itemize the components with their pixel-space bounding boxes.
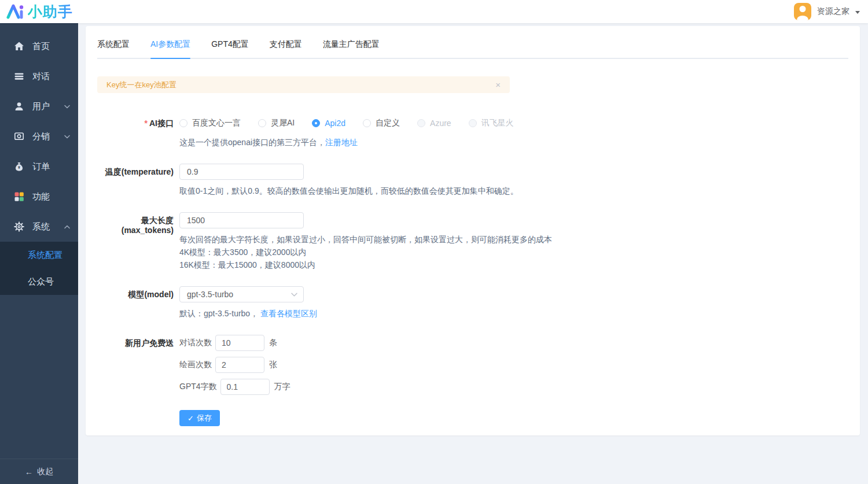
radio-circle-icon [312, 119, 320, 127]
app-header: 小助手 资源之家 [0, 0, 868, 23]
register-address-link[interactable]: 注册地址 [325, 138, 358, 147]
gpt4-words-label: GPT4字数 [179, 382, 217, 392]
sidebar-subitem-label: 公众号 [28, 276, 54, 287]
sidebar-nav: 首页 对话 用户 [0, 23, 78, 295]
settings-card: 系统配置 AI参数配置 GPT4配置 支付配置 流量主广告配置 Key统一在ke… [86, 26, 860, 435]
features-grid-icon [14, 191, 24, 202]
alert-text: Key统一在key池配置 [106, 80, 176, 90]
radio-circle-icon [417, 119, 425, 127]
form-item-ai-interface: *AI接口 百度文心一言 灵犀AI [97, 115, 848, 149]
gear-icon [14, 221, 24, 232]
model-diff-link[interactable]: 查看各模型区别 [260, 309, 317, 318]
chat-count-label: 对话次数 [179, 338, 212, 348]
form-item-save: ✓ 保存 [97, 410, 848, 426]
save-button[interactable]: ✓ 保存 [179, 410, 220, 426]
user-name: 资源之家 [817, 6, 849, 17]
sidebar-subitem-official-account[interactable]: 公众号 [0, 268, 78, 295]
sidebar-item-users[interactable]: 用户 [0, 91, 78, 121]
order-moneybag-icon: ¥ [14, 161, 24, 172]
sidebar-submenu-system: 系统配置 公众号 [0, 242, 78, 295]
radio-baidu-wenxin[interactable]: 百度文心一言 [179, 118, 241, 128]
model-help: 默认：gpt-3.5-turbo， 查看各模型区别 [179, 308, 317, 320]
gpt4-words-input[interactable] [220, 379, 270, 395]
tab-ai-params[interactable]: AI参数配置 [150, 35, 190, 58]
sidebar-subitem-system-config[interactable]: 系统配置 [0, 242, 78, 268]
user-menu[interactable]: 资源之家 [794, 3, 860, 20]
sidebar-item-home[interactable]: 首页 [0, 31, 78, 61]
key-pool-alert: Key统一在key池配置 × [97, 76, 510, 93]
sidebar: 首页 对话 用户 [0, 23, 78, 484]
model-select-value: gpt-3.5-turbo [187, 290, 233, 299]
radio-label: 讯飞星火 [481, 118, 514, 128]
sidebar-item-orders[interactable]: ¥ 订单 [0, 152, 78, 182]
sidebar-item-label: 订单 [32, 161, 50, 172]
sidebar-item-chat[interactable]: 对话 [0, 61, 78, 91]
form-item-model: 模型(model) gpt-3.5-turbo 默认：gpt-3.5-turbo… [97, 286, 848, 320]
sidebar-item-label: 对话 [32, 71, 50, 82]
radio-custom[interactable]: 自定义 [363, 118, 400, 128]
settings-tabs: 系统配置 AI参数配置 GPT4配置 支付配置 流量主广告配置 [97, 35, 848, 59]
ai-interface-label: *AI接口 [97, 115, 174, 149]
sidebar-item-label: 用户 [32, 101, 50, 112]
max-tokens-input[interactable] [179, 212, 304, 228]
radio-circle-icon [469, 119, 477, 127]
user-icon [14, 101, 24, 112]
ai-params-form: *AI接口 百度文心一言 灵犀AI [97, 115, 848, 426]
sidebar-item-features[interactable]: 功能 [0, 182, 78, 212]
chat-list-icon [14, 71, 24, 82]
tab-traffic-ads-config[interactable]: 流量主广告配置 [323, 35, 380, 58]
close-icon[interactable]: × [495, 80, 501, 89]
main-content: 系统配置 AI参数配置 GPT4配置 支付配置 流量主广告配置 Key统一在ke… [78, 23, 868, 484]
chevron-down-icon [64, 135, 70, 139]
radio-circle-icon [258, 119, 266, 127]
sidebar-item-distribution[interactable]: 分销 [0, 121, 78, 152]
tab-gpt4-config[interactable]: GPT4配置 [211, 35, 249, 58]
required-mark: * [145, 119, 148, 128]
sidebar-item-label: 分销 [32, 131, 50, 142]
form-item-max-tokens: 最大长度(max_tokens) 每次回答的最大字符长度，如果设置过小，回答中间… [97, 212, 848, 271]
sidebar-item-label: 系统 [32, 221, 50, 232]
max-tokens-label: 最大长度(max_tokens) [97, 212, 174, 271]
sidebar-subitem-label: 系统配置 [28, 250, 62, 261]
sidebar-item-label: 功能 [32, 191, 50, 202]
draw-count-input[interactable] [215, 357, 264, 373]
app-logo: 小助手 [6, 2, 73, 21]
draw-count-label: 绘画次数 [179, 360, 212, 370]
radio-circle-icon [363, 119, 371, 127]
radio-api2d[interactable]: Api2d [312, 119, 345, 128]
ai-interface-radio-group: 百度文心一言 灵犀AI Api2d [179, 115, 531, 131]
user-avatar-icon [794, 3, 811, 20]
max-tokens-help-3: 16K模型：最大15000，建议8000以内 [179, 259, 552, 271]
chat-count-unit: 条 [269, 338, 277, 348]
max-tokens-help-2: 4K模型：最大3500，建议2000以内 [179, 246, 552, 258]
tab-system-config[interactable]: 系统配置 [97, 35, 130, 58]
model-select[interactable]: gpt-3.5-turbo [179, 286, 304, 302]
radio-label: Azure [430, 119, 451, 128]
radio-xunfei-spark[interactable]: 讯飞星火 [469, 118, 514, 128]
chevron-up-icon [64, 225, 70, 229]
radio-label: 自定义 [376, 118, 400, 128]
radio-circle-icon [179, 119, 187, 127]
home-icon [14, 41, 24, 51]
gpt4-words-unit: 万字 [274, 382, 290, 392]
sidebar-collapse-button[interactable]: ← 收起 [0, 459, 78, 484]
model-label: 模型(model) [97, 286, 174, 320]
max-tokens-help-1: 每次回答的最大字符长度，如果设置过小，回答中间可能被切断，如果设置过大，则可能消… [179, 234, 552, 246]
temperature-label: 温度(temperature) [97, 164, 174, 197]
ai-interface-help: 这是一个提供openai接口的第三方平台，注册地址 [179, 136, 531, 149]
check-icon: ✓ [187, 414, 194, 423]
temperature-input[interactable] [179, 164, 304, 180]
logo-ai-icon [6, 3, 24, 20]
tab-payment-config[interactable]: 支付配置 [270, 35, 302, 58]
draw-count-unit: 张 [269, 360, 277, 370]
sidebar-item-system[interactable]: 系统 [0, 212, 78, 242]
temperature-help: 取值0-1之间，默认0.9。较高的数值会使输出更加随机，而较低的数值会使其更加集… [179, 185, 518, 197]
radio-lingxi-ai[interactable]: 灵犀AI [258, 118, 295, 128]
radio-azure[interactable]: Azure [417, 119, 451, 128]
save-button-label: 保存 [197, 413, 212, 423]
svg-text:¥: ¥ [18, 165, 20, 169]
free-quota-label: 新用户免费送 [97, 335, 174, 395]
chat-count-input[interactable] [215, 335, 264, 351]
arrow-left-icon: ← [25, 467, 33, 476]
free-quota-row-gpt4: GPT4字数 万字 [179, 379, 290, 395]
